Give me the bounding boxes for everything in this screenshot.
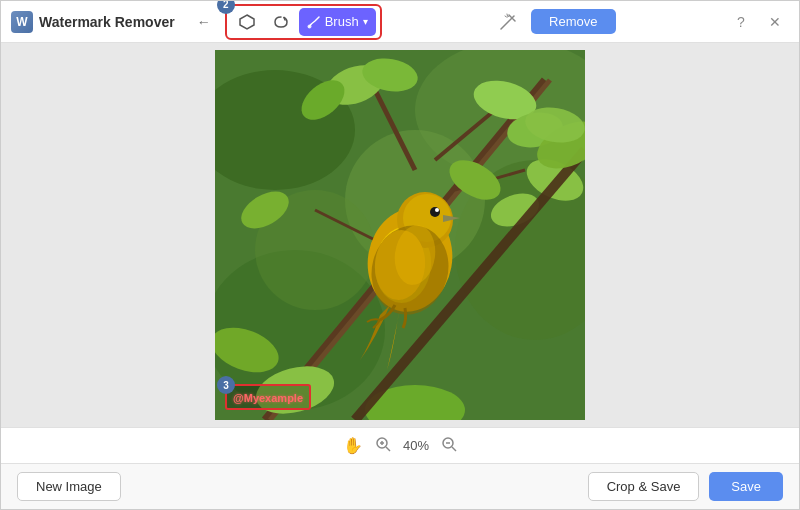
zoom-in-icon[interactable]	[375, 436, 391, 455]
close-icon: ✕	[769, 14, 781, 30]
tool-group: 2 Brush ▾	[225, 4, 382, 40]
brush-chevron-icon: ▾	[363, 16, 368, 27]
save-button[interactable]: Save	[709, 472, 783, 501]
app-title: Watermark Remover	[39, 14, 175, 30]
titlebar-left: W Watermark Remover ← 2	[11, 4, 382, 40]
svg-line-45	[452, 447, 456, 451]
magic-wand-button[interactable]	[493, 7, 523, 37]
svg-point-31	[430, 207, 440, 217]
svg-point-1	[307, 24, 311, 28]
svg-marker-0	[240, 15, 254, 29]
zoom-level: 40%	[403, 438, 429, 453]
help-icon: ?	[737, 14, 745, 30]
svg-point-32	[435, 208, 439, 212]
back-button[interactable]: ←	[191, 9, 217, 35]
new-image-button[interactable]: New Image	[17, 472, 121, 501]
main-image[interactable]: 3 @Myexample	[215, 50, 585, 420]
step2-badge: 2	[217, 0, 235, 14]
bird-scene-svg	[215, 50, 585, 420]
app-logo: W Watermark Remover	[11, 11, 175, 33]
close-button[interactable]: ✕	[761, 8, 789, 36]
crop-save-label: Crop & Save	[607, 479, 681, 494]
svg-line-41	[386, 447, 390, 451]
watermark-text: @Myexample	[233, 392, 303, 404]
hand-tool-icon[interactable]: ✋	[343, 436, 363, 455]
help-button[interactable]: ?	[727, 8, 755, 36]
polygon-tool-button[interactable]	[231, 8, 263, 36]
titlebar-right: ? ✕	[727, 8, 789, 36]
nav-arrows: ←	[191, 9, 217, 35]
remove-button[interactable]: Remove	[531, 9, 615, 34]
logo-icon: W	[11, 11, 33, 33]
remove-label: Remove	[549, 14, 597, 29]
step3-badge: 3	[217, 376, 235, 394]
lasso-tool-button[interactable]	[265, 8, 297, 36]
action-bar: New Image Crop & Save Save	[1, 463, 799, 509]
canvas-area: 3 @Myexample	[1, 43, 799, 427]
brush-tool-button[interactable]: Brush ▾	[299, 8, 376, 36]
titlebar: W Watermark Remover ← 2	[1, 1, 799, 43]
crop-save-button[interactable]: Crop & Save	[588, 472, 700, 501]
new-image-label: New Image	[36, 479, 102, 494]
image-container: 3 @Myexample	[215, 50, 585, 420]
watermark-box: 3 @Myexample	[225, 384, 311, 410]
save-label: Save	[731, 479, 761, 494]
brush-label: Brush	[325, 14, 359, 29]
zoom-bar: ✋ 40%	[1, 427, 799, 463]
zoom-out-icon[interactable]	[441, 436, 457, 455]
titlebar-center: Remove	[493, 7, 615, 37]
right-buttons: Crop & Save Save	[588, 472, 783, 501]
